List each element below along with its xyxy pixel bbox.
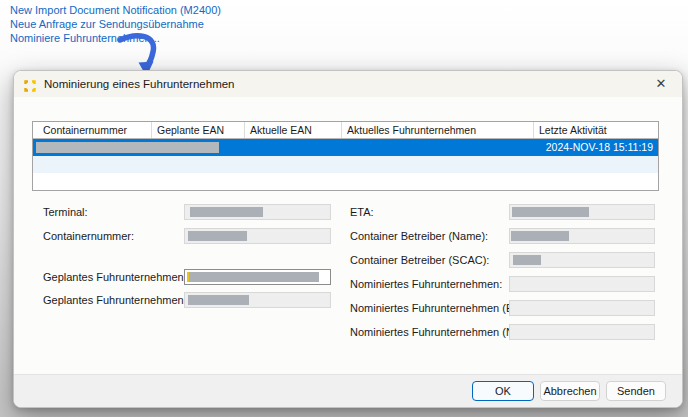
screen: New Import Document Notification (M2400)… xyxy=(0,0,688,417)
dialog-footer: OK Abbrechen Senden xyxy=(14,374,682,407)
containernummer-label: Containernummer: xyxy=(43,228,134,244)
redacted-value xyxy=(188,231,247,241)
nominiertes-fuhrunternehmen-label: Nominiertes Fuhrunternehmen: xyxy=(350,276,502,292)
geplantes-fuhrunternehmen-label: Geplantes Fuhrunternehmen: xyxy=(43,269,187,285)
nominiertes-fuhrunternehmen-ean-label: Nominiertes Fuhrunternehmen (EAN): xyxy=(350,300,535,316)
link-new-import-document-notification[interactable]: New Import Document Notification (M2400) xyxy=(10,3,221,17)
nominiertes-fuhrunternehmen-input[interactable] xyxy=(509,276,655,292)
table-row-empty[interactable] xyxy=(33,173,658,190)
nominiertes-fuhrunternehmen-name-input[interactable] xyxy=(509,324,655,340)
redacted-value xyxy=(190,207,263,217)
container-betreiber-name-label: Container Betreiber (Name): xyxy=(350,228,488,244)
dialog-titlebar[interactable]: Nominierung eines Fuhrunternehmen ✕ xyxy=(14,71,682,97)
geplantes-fuhrunternehmen-ean-input[interactable] xyxy=(184,292,331,308)
senden-button[interactable]: Senden xyxy=(606,381,666,401)
dialog-title: Nominierung eines Fuhrunternehmen xyxy=(44,78,235,90)
table-header-row: Containernummer Geplante EAN Aktuelle EA… xyxy=(33,122,658,139)
redacted-value xyxy=(511,231,569,241)
eta-input[interactable] xyxy=(509,204,655,220)
container-betreiber-name-input[interactable] xyxy=(509,228,655,244)
app-frame-corners-icon xyxy=(24,78,36,90)
dialog-nominierung-fuhrunternehmen: Nominierung eines Fuhrunternehmen ✕ Cont… xyxy=(13,70,683,408)
column-header-geplante-ean[interactable]: Geplante EAN xyxy=(152,122,245,138)
column-header-aktuelles-fuhrunternehmen[interactable]: Aktuelles Fuhrunternehmen xyxy=(342,122,534,138)
containernummer-input[interactable] xyxy=(184,228,331,244)
container-table: Containernummer Geplante EAN Aktuelle EA… xyxy=(32,121,659,191)
redacted-value xyxy=(188,295,249,305)
column-header-letzte-aktivitaet[interactable]: Letzte Aktivität xyxy=(534,122,658,138)
abbrechen-button[interactable]: Abbrechen xyxy=(540,381,600,401)
ok-button[interactable]: OK xyxy=(472,381,534,401)
column-header-containernummer[interactable]: Containernummer xyxy=(33,122,152,138)
cell-letzte-aktivitaet: 2024-NOV-18 15:11:19 xyxy=(546,139,653,156)
redacted-containernummer-value xyxy=(36,142,219,153)
terminal-input[interactable] xyxy=(184,204,331,220)
table-row-empty[interactable] xyxy=(33,156,658,173)
container-betreiber-scac-input[interactable] xyxy=(509,252,655,268)
redacted-value xyxy=(512,207,589,217)
background-link-list: New Import Document Notification (M2400)… xyxy=(10,3,221,45)
column-header-aktuelle-ean[interactable]: Aktuelle EAN xyxy=(245,122,342,138)
table-row-selected[interactable]: 2024-NOV-18 15:11:19 xyxy=(33,139,658,156)
redacted-value xyxy=(189,272,319,282)
redacted-value xyxy=(513,255,541,265)
nominiertes-fuhrunternehmen-ean-input[interactable] xyxy=(509,300,655,316)
eta-label: ETA: xyxy=(350,204,374,220)
container-betreiber-scac-label: Container Betreiber (SCAC): xyxy=(350,252,489,268)
geplantes-fuhrunternehmen-input[interactable] xyxy=(184,269,331,285)
terminal-label: Terminal: xyxy=(43,204,88,220)
close-icon[interactable]: ✕ xyxy=(653,76,669,92)
link-nominiere-fuhrunternehmen[interactable]: Nominiere Fuhrunternehmen... xyxy=(10,31,221,45)
link-neue-anfrage-sendungsuebernahme[interactable]: Neue Anfrage zur Sendungsübernahme xyxy=(10,17,221,31)
